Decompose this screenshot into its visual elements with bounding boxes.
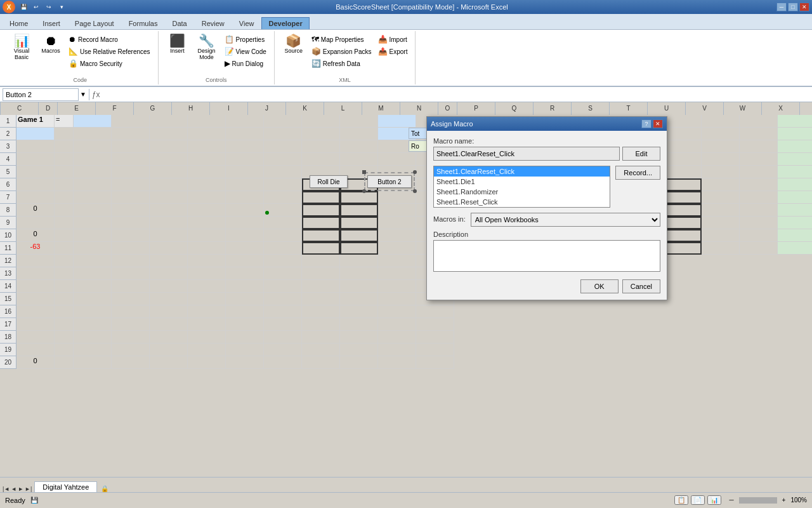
cell-j6[interactable] [264,178,302,191]
cell-m10[interactable] [378,229,416,242]
cell-c5[interactable] [16,166,55,178]
cell-m9[interactable] [378,217,416,229]
cell-i13[interactable] [226,267,264,280]
cell-d7[interactable] [55,191,74,204]
restore-btn[interactable]: □ [788,3,798,11]
redo-quick-btn[interactable]: ↪ [43,2,55,12]
cell-j11[interactable] [264,242,302,255]
name-dropdown-btn[interactable]: ▼ [80,91,86,98]
cell-v6[interactable] [702,178,740,191]
cell-e7[interactable] [74,191,112,204]
roll-die-button[interactable]: Roll Die [310,175,348,188]
cell-c6[interactable] [16,178,55,191]
tab-review[interactable]: Review [195,17,232,29]
cell-n20[interactable] [416,356,454,369]
export-btn[interactable]: 📤 Export [376,46,410,57]
cell-h13[interactable] [188,267,226,280]
cell-l9[interactable] [340,217,378,229]
cell-c16[interactable] [16,305,55,318]
cell-f14[interactable] [112,280,150,293]
cell-l19[interactable] [340,344,378,356]
cell-j14[interactable] [264,280,302,293]
cell-d5[interactable] [55,166,74,178]
cell-m4[interactable] [378,153,416,166]
cell-j3[interactable] [264,140,302,153]
cell-i10[interactable] [226,229,264,242]
cell-f17[interactable] [112,318,150,331]
cell-k18[interactable] [302,331,340,344]
cell-i6[interactable] [226,178,264,191]
tab-page-layout[interactable]: Page Layout [68,17,121,29]
cell-k9[interactable] [302,217,340,229]
cell-u5[interactable] [664,166,702,178]
cell-d15[interactable] [55,293,74,305]
cell-m7[interactable] [378,191,416,204]
cell-u8[interactable] [664,204,702,217]
cell-k17[interactable] [302,318,340,331]
cell-m15[interactable] [378,293,416,305]
cell-e2[interactable] [74,128,112,140]
cell-d16[interactable] [55,305,74,318]
cell-n17[interactable] [416,318,454,331]
macro-item-die1[interactable]: Sheet1.Die1 [434,177,610,187]
cell-k19[interactable] [302,344,340,356]
tab-developer[interactable]: Developer [261,17,309,29]
cell-k2[interactable] [302,128,340,140]
macro-item-randomizer[interactable]: Sheet1.Randomizer [434,187,610,197]
cell-v8[interactable] [702,204,740,217]
cell-g5[interactable] [150,166,188,178]
cell-j17[interactable] [264,318,302,331]
cell-d17[interactable] [55,318,74,331]
cell-m13[interactable] [378,267,416,280]
source-btn[interactable]: 📦 Source [280,32,308,56]
cell-c18[interactable] [16,331,55,344]
cell-k7[interactable] [302,191,340,204]
cell-x5[interactable] [778,166,812,178]
cell-c10[interactable]: 0 [16,229,55,242]
zoom-minus-btn[interactable]: ─ [729,497,733,504]
refresh-data-btn[interactable]: 🔄 Refresh Data [309,58,374,69]
first-sheet-btn[interactable]: |◄ [3,486,10,492]
cell-i17[interactable] [226,318,264,331]
record-button[interactable]: Record... [615,166,660,180]
cell-g12[interactable] [150,255,188,267]
tab-insert[interactable]: Insert [36,17,67,29]
view-code-btn[interactable]: 📝 View Code [222,46,269,57]
cell-c20[interactable]: 0 [16,356,55,369]
cell-f15[interactable] [112,293,150,305]
macro-list[interactable]: Sheet1.ClearReset_Click Sheet1.Die1 Shee… [433,166,610,208]
cell-i3[interactable] [226,140,264,153]
cell-l7[interactable] [340,191,378,204]
tab-home[interactable]: Home [3,17,35,29]
cell-i9[interactable] [226,217,264,229]
cell-e6[interactable] [74,178,112,191]
cell-f20[interactable] [112,356,150,369]
cell-g1[interactable] [150,115,188,128]
cell-d13[interactable] [55,267,74,280]
map-properties-btn[interactable]: 🗺 Map Properties [309,34,374,45]
cell-j5[interactable] [264,166,302,178]
cell-d11[interactable] [55,242,74,255]
dialog-close-btn[interactable]: ✕ [653,119,663,128]
cell-i5[interactable] [226,166,264,178]
cell-e3[interactable] [74,140,112,153]
cell-k12[interactable] [302,255,340,267]
normal-view-btn[interactable]: 📋 [674,495,688,505]
cell-f9[interactable] [112,217,150,229]
cell-l11[interactable] [340,242,378,255]
cell-e1[interactable] [74,115,112,128]
cell-h1[interactable] [188,115,226,128]
cell-d10[interactable] [55,229,74,242]
cell-e8[interactable] [74,204,112,217]
cell-l10[interactable] [340,229,378,242]
close-btn[interactable]: ✕ [799,3,809,11]
cell-k16[interactable] [302,305,340,318]
import-btn[interactable]: 📥 Import [376,34,410,45]
zoom-slider[interactable] [739,497,777,504]
cell-j19[interactable] [264,344,302,356]
save-quick-btn[interactable]: 💾 [18,2,29,12]
cell-l17[interactable] [340,318,378,331]
relative-references-btn[interactable]: 📐 Use Relative References [66,46,153,57]
cell-j15[interactable] [264,293,302,305]
cell-i15[interactable] [226,293,264,305]
